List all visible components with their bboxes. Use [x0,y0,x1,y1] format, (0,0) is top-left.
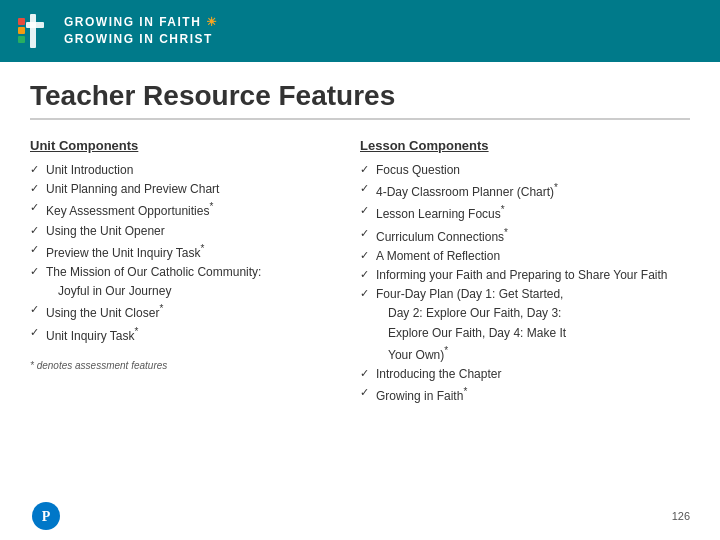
header-text-block: GROWING IN FAITH ☀ GROWING IN CHRIST [64,14,219,48]
list-item: Unit Introduction [30,161,330,180]
list-item: Focus Question [360,161,690,180]
unit-components-list: Unit Introduction Unit Planning and Prev… [30,161,330,346]
list-item: Unit Inquiry Task* [30,324,330,346]
svg-rect-0 [18,18,25,25]
footnote: * denotes assessment features [30,360,330,371]
list-item: Introducing the Chapter [360,365,690,384]
svg-text:P: P [42,509,51,524]
list-item: Four-Day Plan (Day 1: Get Started, Day 2… [360,285,690,365]
svg-rect-1 [18,27,25,34]
footer: P 126 [0,500,720,532]
list-item: 4-Day Classroom Planner (Chart)* [360,180,690,202]
list-item-indent: Joyful in Our Journey [30,282,330,301]
list-item: Informing your Faith and Preparing to Sh… [360,266,690,285]
header-line2: GROWING IN CHRIST [64,31,219,48]
sun-icon: ☀ [206,15,219,29]
lesson-components-heading: Lesson Components [360,138,690,153]
svg-rect-3 [30,14,36,48]
right-column: Lesson Components Focus Question 4-Day C… [360,138,690,406]
list-item: Using the Unit Opener [30,222,330,241]
page-title: Teacher Resource Features [30,80,690,120]
list-item: Growing in Faith* [360,384,690,406]
list-item: Key Assessment Opportunities* [30,199,330,221]
list-item: Lesson Learning Focus* [360,202,690,224]
svg-rect-2 [18,36,25,43]
pearson-logo-icon: P [30,500,62,532]
list-item: Unit Planning and Preview Chart [30,180,330,199]
header-logo: GROWING IN FAITH ☀ GROWING IN CHRIST [16,12,219,50]
list-item: Preview the Unit Inquiry Task* [30,241,330,263]
header: GROWING IN FAITH ☀ GROWING IN CHRIST [0,0,720,62]
unit-components-heading: Unit Components [30,138,330,153]
list-item: The Mission of Our Catholic Community: [30,263,330,282]
columns-layout: Unit Components Unit Introduction Unit P… [30,138,690,406]
cross-logo-icon [16,12,54,50]
page-number: 126 [672,510,690,522]
left-column: Unit Components Unit Introduction Unit P… [30,138,330,406]
list-item: Curriculum Connections* [360,225,690,247]
header-line1: GROWING IN FAITH ☀ [64,14,219,31]
main-content: Teacher Resource Features Unit Component… [0,62,720,418]
list-item: Using the Unit Closer* [30,301,330,323]
lesson-components-list: Focus Question 4-Day Classroom Planner (… [360,161,690,406]
list-item: A Moment of Reflection [360,247,690,266]
svg-rect-4 [26,22,44,28]
